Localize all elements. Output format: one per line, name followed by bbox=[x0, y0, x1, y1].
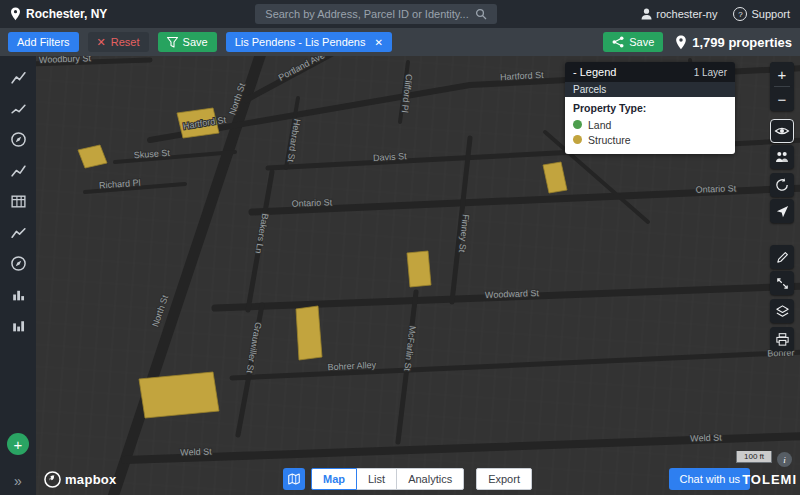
sidebar-tool-trend-4[interactable] bbox=[5, 219, 31, 245]
remove-filter-icon[interactable]: ✕ bbox=[375, 37, 383, 48]
funnel-icon bbox=[167, 37, 178, 48]
line-chart-icon bbox=[10, 162, 27, 179]
sidebar-tool-trend-2[interactable] bbox=[5, 95, 31, 121]
chat-button[interactable]: Chat with us bbox=[669, 468, 750, 490]
share-save-button[interactable]: Save bbox=[603, 32, 663, 52]
mapbox-label: mapbox bbox=[65, 472, 117, 487]
city-label: Rochester, NY bbox=[26, 7, 107, 21]
street-label: Weld St bbox=[690, 432, 722, 443]
legend-title: - Legend bbox=[573, 66, 616, 78]
legend-item-structure: Structure bbox=[573, 132, 727, 147]
tab-map[interactable]: Map bbox=[311, 468, 357, 490]
mapbox-icon bbox=[44, 471, 61, 488]
legend-item-land: Land bbox=[573, 117, 727, 132]
map-icon bbox=[287, 472, 301, 486]
highlighted-parcel[interactable] bbox=[296, 306, 322, 360]
streetview-button[interactable] bbox=[770, 145, 794, 169]
legend-section-parcels: Parcels bbox=[565, 82, 735, 97]
table-icon bbox=[10, 193, 27, 210]
zoom-in-button[interactable]: + bbox=[770, 62, 794, 86]
print-button[interactable] bbox=[770, 327, 794, 351]
help-icon: ? bbox=[733, 7, 747, 21]
sidebar-tool-histogram-2[interactable] bbox=[5, 312, 31, 338]
legend-body: Property Type: Land Structure bbox=[565, 97, 735, 154]
line-chart-icon bbox=[10, 69, 27, 86]
compass-icon bbox=[10, 255, 27, 272]
eye-icon bbox=[774, 123, 790, 139]
compass-icon bbox=[10, 131, 27, 148]
add-view-button[interactable]: + bbox=[7, 433, 29, 455]
street-label: Ontario St bbox=[695, 183, 736, 194]
support-label: Support bbox=[751, 8, 790, 20]
top-header: Rochester, NY Search by Address, Parcel … bbox=[0, 0, 800, 28]
bar-chart-icon bbox=[10, 317, 27, 334]
street-label: Ontario St bbox=[291, 197, 332, 208]
sidebar-tool-trend-1[interactable] bbox=[5, 64, 31, 90]
support-link[interactable]: ? Support bbox=[733, 7, 790, 21]
plus-icon: + bbox=[14, 436, 23, 453]
add-filters-button[interactable]: Add Filters bbox=[8, 32, 79, 52]
tab-analytics[interactable]: Analytics bbox=[396, 468, 464, 490]
username-label: rochester-ny bbox=[656, 8, 717, 20]
filter-toolbar: Add Filters ✕ Reset Save Lis Pendens - L… bbox=[0, 28, 800, 56]
layers-icon bbox=[775, 304, 790, 319]
legend-property-type-label: Property Type: bbox=[573, 102, 727, 114]
analytics-sidebar: + » bbox=[0, 56, 36, 495]
save-filters-button[interactable]: Save bbox=[158, 32, 217, 52]
street-label: Weld St bbox=[180, 446, 212, 457]
legend-header[interactable]: - Legend 1 Layer bbox=[565, 62, 735, 82]
zoom-control: + − bbox=[770, 62, 794, 111]
reset-button[interactable]: ✕ Reset bbox=[88, 32, 149, 52]
draw-button[interactable] bbox=[770, 245, 794, 269]
search-icon bbox=[475, 8, 487, 20]
sidebar-tool-explore-2[interactable] bbox=[5, 250, 31, 276]
legend-panel: - Legend 1 Layer Parcels Property Type: … bbox=[565, 62, 735, 154]
tolemi-logo: TOLEMI bbox=[742, 472, 797, 487]
minus-icon: − bbox=[778, 91, 787, 108]
export-button[interactable]: Export bbox=[476, 468, 532, 490]
chevrons-icon: » bbox=[14, 473, 22, 489]
sidebar-tool-explore-1[interactable] bbox=[5, 126, 31, 152]
visibility-button[interactable] bbox=[770, 119, 794, 143]
plus-icon: + bbox=[778, 66, 787, 83]
line-chart-icon bbox=[10, 100, 27, 117]
expand-sidebar-button[interactable]: » bbox=[0, 473, 36, 489]
zoom-out-button[interactable]: − bbox=[770, 87, 794, 111]
current-location[interactable]: Rochester, NY bbox=[0, 7, 107, 21]
highlighted-parcel[interactable] bbox=[139, 372, 219, 418]
structure-swatch bbox=[573, 135, 582, 144]
filter-chip-lis-pendens[interactable]: Lis Pendens - Lis Pendens ✕ bbox=[226, 32, 392, 52]
user-icon bbox=[641, 8, 652, 20]
fullscreen-button[interactable] bbox=[770, 271, 794, 295]
printer-icon bbox=[775, 332, 790, 347]
rotate-button[interactable] bbox=[770, 173, 794, 197]
sidebar-tool-table[interactable] bbox=[5, 188, 31, 214]
bar-chart-icon bbox=[10, 286, 27, 303]
search-input[interactable]: Search by Address, Parcel ID or Identity… bbox=[255, 4, 497, 24]
properties-count: 1,799 properties bbox=[675, 35, 792, 50]
navigation-arrow-icon bbox=[775, 204, 790, 219]
line-chart-icon bbox=[10, 224, 27, 241]
location-pin-icon bbox=[10, 7, 21, 21]
street-label: Woodward St bbox=[485, 288, 540, 300]
header-right: rochester-ny ? Support bbox=[641, 7, 800, 21]
toolbar-right: Save 1,799 properties bbox=[603, 32, 792, 52]
pencil-icon bbox=[775, 250, 790, 265]
sidebar-tool-histogram-1[interactable] bbox=[5, 281, 31, 307]
view-switcher: Map List Analytics Export bbox=[283, 468, 532, 490]
reset-x-icon: ✕ bbox=[97, 36, 106, 49]
layers-button[interactable] bbox=[770, 299, 794, 323]
structure-label: Structure bbox=[588, 134, 631, 146]
legend-layer-count: 1 Layer bbox=[694, 67, 727, 78]
account-menu[interactable]: rochester-ny bbox=[641, 8, 717, 20]
map-style-button[interactable] bbox=[283, 468, 305, 490]
reset-label: Reset bbox=[111, 36, 140, 48]
highlighted-parcel[interactable] bbox=[407, 251, 431, 287]
sidebar-tool-trend-3[interactable] bbox=[5, 157, 31, 183]
tab-list[interactable]: List bbox=[356, 468, 397, 490]
attribution-info-button[interactable]: i bbox=[777, 452, 792, 467]
view-tabs: Map List Analytics bbox=[311, 468, 464, 490]
mapbox-attribution[interactable]: mapbox bbox=[44, 471, 117, 488]
properties-count-label: 1,799 properties bbox=[692, 35, 792, 50]
locate-button[interactable] bbox=[770, 199, 794, 223]
